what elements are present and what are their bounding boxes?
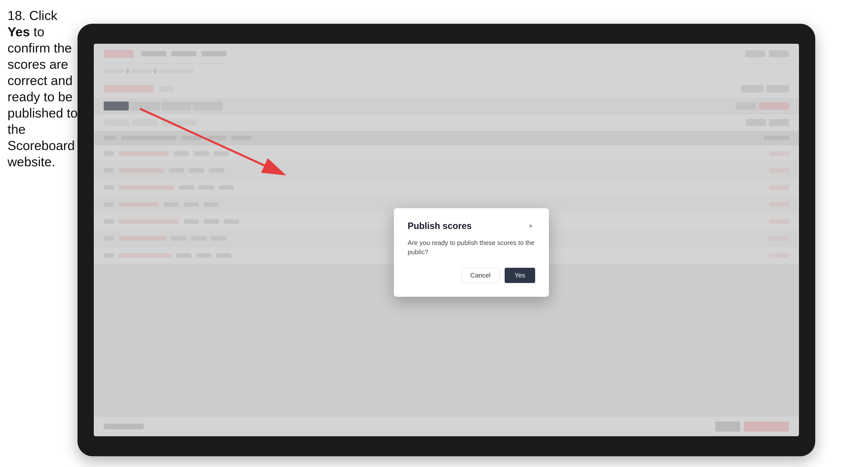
- tablet-screen: Publish scores × Are you ready to publis…: [94, 44, 799, 436]
- modal-close-button[interactable]: ×: [526, 221, 535, 230]
- cancel-button[interactable]: Cancel: [461, 268, 500, 283]
- modal-body-text: Are you ready to publish these scores to…: [408, 238, 535, 256]
- instruction-step: 18. Click Yes to confirm the scores are …: [7, 8, 78, 169]
- modal-title: Publish scores: [408, 221, 472, 231]
- instruction-text: 18. Click Yes to confirm the scores are …: [7, 7, 80, 170]
- yes-button[interactable]: Yes: [505, 268, 535, 283]
- modal-header: Publish scores ×: [408, 221, 535, 231]
- modal-footer: Cancel Yes: [408, 268, 535, 283]
- modal-overlay: Publish scores × Are you ready to publis…: [94, 44, 799, 436]
- tablet-device: Publish scores × Are you ready to publis…: [78, 24, 815, 456]
- publish-scores-dialog: Publish scores × Are you ready to publis…: [394, 208, 549, 297]
